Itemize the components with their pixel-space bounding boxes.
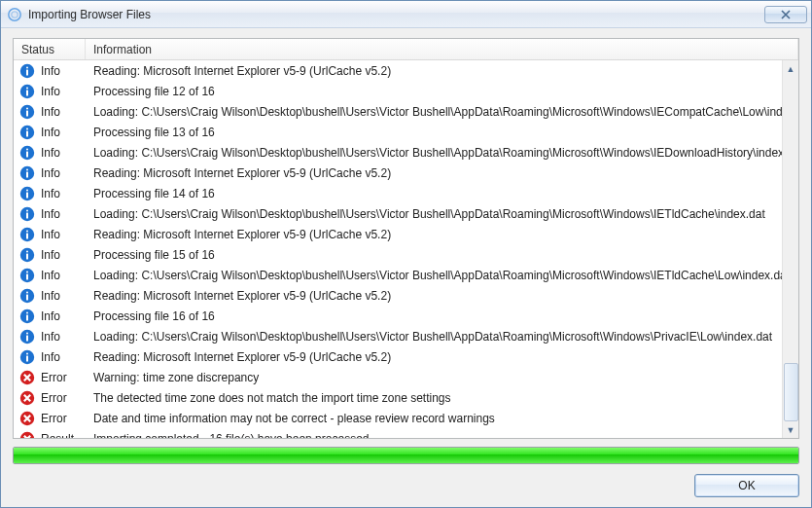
list-item[interactable]: ErrorWarning: time zone discrepancy [14,367,798,387]
information-cell: Processing file 14 of 16 [86,187,798,200]
list-item[interactable]: InfoProcessing file 16 of 16 [14,306,798,326]
status-text: Info [41,207,60,221]
svg-rect-25 [26,212,28,218]
list-item[interactable]: InfoLoading: C:\Users\Craig Wilson\Deskt… [14,203,798,224]
list-item[interactable]: InfoReading: Microsoft Internet Explorer… [14,224,798,244]
status-text: Info [41,166,60,180]
list-body: InfoReading: Microsoft Internet Explorer… [14,60,798,438]
app-icon [7,7,22,22]
information-cell: The detected time zone does not match th… [86,391,798,405]
status-cell: Info [14,165,86,181]
status-cell: Info [14,349,86,365]
error-icon [19,431,35,439]
svg-rect-34 [26,273,28,279]
info-icon [19,84,35,99]
information-cell: Processing file 13 of 16 [86,126,798,139]
list-item[interactable]: ErrorThe detected time zone does not mat… [14,387,798,408]
list-item[interactable]: InfoProcessing file 12 of 16 [14,81,798,101]
info-icon [19,125,35,140]
svg-rect-45 [26,352,28,354]
information-cell: Reading: Microsoft Internet Explorer v5-… [86,228,798,241]
information-cell: Loading: C:\Users\Craig Wilson\Desktop\b… [86,269,798,282]
list-item[interactable]: InfoReading: Microsoft Internet Explorer… [14,163,798,183]
svg-rect-31 [26,253,28,259]
info-icon [19,247,35,263]
status-cell: Info [14,227,86,242]
svg-rect-37 [26,294,28,300]
information-cell: Reading: Microsoft Internet Explorer v5-… [86,350,798,364]
column-headers: Status Information [14,39,798,60]
list-item[interactable]: InfoLoading: C:\Users\Craig Wilson\Deskt… [14,326,798,346]
information-cell: Reading: Microsoft Internet Explorer v5-… [86,289,798,303]
list-item[interactable]: InfoReading: Microsoft Internet Explorer… [14,60,798,81]
info-icon [19,104,35,120]
status-cell: Error [14,370,86,385]
close-button[interactable] [764,6,807,23]
status-cell: Info [14,63,86,79]
scroll-thumb[interactable] [784,363,798,421]
information-cell: Processing file 16 of 16 [86,309,798,323]
svg-rect-9 [26,107,28,109]
progress-bar [13,447,799,464]
svg-rect-18 [26,168,28,170]
information-cell: Loading: C:\Users\Craig Wilson\Desktop\b… [86,207,798,221]
scroll-down-arrow[interactable]: ▼ [783,421,799,438]
status-cell: Result [14,431,86,439]
info-icon [19,349,35,365]
list-rows[interactable]: InfoReading: Microsoft Internet Explorer… [14,60,798,438]
svg-rect-39 [26,311,28,313]
list-item[interactable]: InfoLoading: C:\Users\Craig Wilson\Deskt… [14,101,798,122]
list-item[interactable]: InfoProcessing file 14 of 16 [14,183,798,203]
status-text: Info [41,64,60,78]
info-icon [19,288,35,304]
status-text: Result [41,432,74,439]
list-item[interactable]: InfoReading: Microsoft Internet Explorer… [14,285,798,306]
column-header-information[interactable]: Information [86,39,798,59]
svg-rect-4 [26,69,28,75]
title-bar: Importing Browser Files [1,1,811,28]
svg-rect-36 [26,291,28,293]
client-area: Status Information InfoReading: Microsof… [1,28,811,507]
information-cell: Reading: Microsoft Internet Explorer v5-… [86,64,798,78]
status-cell: Info [14,104,86,120]
button-row: OK [13,472,799,497]
list-item[interactable]: ResultImporting completed - 16 file(s) h… [14,428,798,438]
scroll-up-arrow[interactable]: ▲ [783,60,799,77]
vertical-scrollbar[interactable]: ▲ ▼ [782,60,798,438]
info-icon [19,165,35,181]
status-cell: Info [14,84,86,99]
list-item[interactable]: InfoReading: Microsoft Internet Explorer… [14,346,798,367]
information-cell: Loading: C:\Users\Craig Wilson\Desktop\b… [86,105,798,119]
status-text: Info [41,309,60,323]
status-cell: Info [14,206,86,222]
dialog-window: Importing Browser Files Status Informati… [0,0,812,508]
list-item[interactable]: InfoProcessing file 13 of 16 [14,122,798,142]
status-cell: Info [14,125,86,140]
list-item[interactable]: InfoLoading: C:\Users\Craig Wilson\Deskt… [14,142,798,163]
status-cell: Info [14,186,86,201]
info-icon [19,329,35,345]
information-cell: Processing file 12 of 16 [86,85,798,98]
status-text: Error [41,412,67,425]
svg-rect-12 [26,127,28,129]
column-header-status[interactable]: Status [14,39,86,59]
status-text: Info [41,228,60,241]
svg-rect-46 [26,355,28,361]
close-icon [780,10,792,19]
list-item[interactable]: InfoProcessing file 15 of 16 [14,244,798,265]
window-title: Importing Browser Files [28,8,764,21]
list-item[interactable]: ErrorDate and time information may not b… [14,408,798,428]
status-text: Info [41,330,60,344]
svg-rect-7 [26,90,28,95]
info-icon [19,206,35,222]
status-text: Info [41,126,60,139]
log-list: Status Information InfoReading: Microsof… [13,38,799,439]
ok-button[interactable]: OK [694,474,799,497]
svg-rect-33 [26,271,28,272]
information-cell: Loading: C:\Users\Craig Wilson\Desktop\b… [86,146,798,160]
svg-rect-3 [26,66,28,68]
svg-point-0 [9,8,20,19]
status-text: Info [41,269,60,282]
svg-rect-43 [26,335,28,341]
list-item[interactable]: InfoLoading: C:\Users\Craig Wilson\Deskt… [14,265,798,285]
